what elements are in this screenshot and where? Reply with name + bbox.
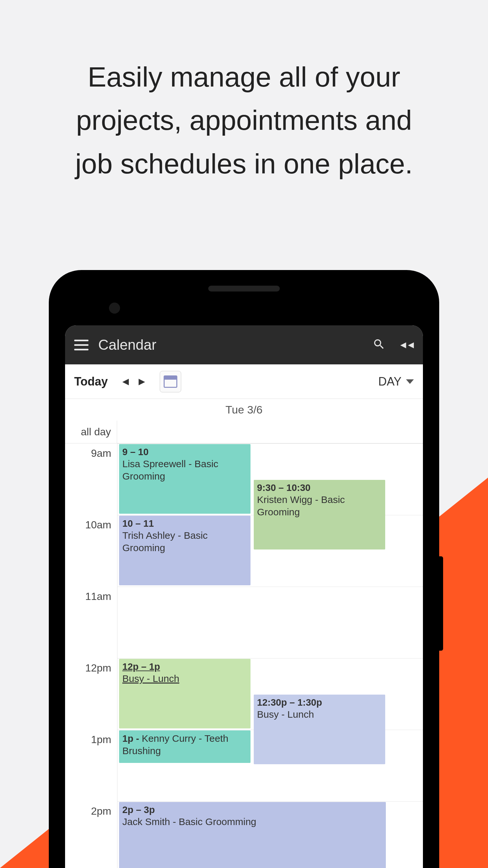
gridline [117,801,423,802]
event-time: 12:30p – 1:30p [257,696,382,708]
event-title: Lisa Spreewell - Basic Grooming [122,458,247,482]
event-busy-lunch-2[interactable]: 12:30p – 1:30p Busy - Lunch [254,694,385,764]
event-time: 9 – 10 [122,446,247,458]
event-time: 2p – 3p [122,804,383,816]
all-day-row: all day [65,421,423,443]
event-time: 12p – 1p [122,661,247,673]
search-icon[interactable] [372,338,386,352]
chevron-down-icon [406,379,414,384]
collapse-icon[interactable]: ◄◄ [399,339,414,350]
phone-speaker [208,286,280,291]
event-title: Busy - Lunch [122,673,247,685]
event-time: 1p - [122,733,142,744]
phone-side-button [439,556,443,651]
event-time: 10 – 11 [122,518,247,529]
event-kristen-wigg[interactable]: 9:30 – 10:30 Kristen Wigg - Basic Groomi… [254,480,385,550]
today-button[interactable]: Today [74,375,108,389]
prev-button[interactable]: ◀ [117,376,134,386]
phone-camera [109,303,120,314]
menu-icon[interactable] [74,340,89,350]
event-time: 9:30 – 10:30 [257,482,382,494]
event-title: Kristen Wigg - Basic Grooming [257,494,382,518]
event-kenny-curry[interactable]: 1p - Kenny Curry - Teeth Brushing [119,731,250,763]
view-selector[interactable]: DAY [378,375,414,389]
date-picker-button[interactable] [160,371,181,392]
gridline [117,587,423,587]
app-screen: Calendar ◄◄ Today ◀ ▶ DAY Tue 3/6 all da… [65,326,423,868]
event-jack-smith[interactable]: 2p – 3p Jack Smith - Basic Groomming [119,802,386,868]
all-day-label: all day [65,421,117,443]
app-header: Calendar ◄◄ [65,326,423,364]
marketing-headline: Easily manage all of your projects, appo… [65,55,423,185]
app-title: Calendar [98,337,372,353]
all-day-slot[interactable] [117,421,423,443]
calendar-icon [164,375,177,388]
gridline [117,443,423,444]
current-date-label: Tue 3/6 [65,399,423,421]
view-selector-label: DAY [378,375,401,389]
event-title: Busy - Lunch [257,708,382,721]
hour-label-2pm: 2pm [65,805,117,817]
event-title: Trish Ashley - Basic Grooming [122,529,247,554]
next-button[interactable]: ▶ [134,376,150,386]
hour-label-9am: 9am [65,447,117,459]
calendar-grid: 9am 10am 11am 12pm 1pm 2pm 9 – 10 Lisa S… [65,443,423,868]
event-title: Jack Smith - Basic Groomming [122,816,383,828]
gridline [117,658,423,658]
hour-label-1pm: 1pm [65,734,117,746]
event-busy-lunch-1[interactable]: 12p – 1p Busy - Lunch [119,659,250,728]
event-lisa-spreewell[interactable]: 9 – 10 Lisa Spreewell - Basic Grooming [119,444,250,514]
calendar-toolbar: Today ◀ ▶ DAY [65,364,423,399]
event-trish-ashley[interactable]: 10 – 11 Trish Ashley - Basic Grooming [119,516,250,585]
hour-label-11am: 11am [65,590,117,602]
hour-label-10am: 10am [65,519,117,531]
hour-label-12pm: 12pm [65,662,117,674]
phone-frame: Calendar ◄◄ Today ◀ ▶ DAY Tue 3/6 all da… [49,270,439,868]
